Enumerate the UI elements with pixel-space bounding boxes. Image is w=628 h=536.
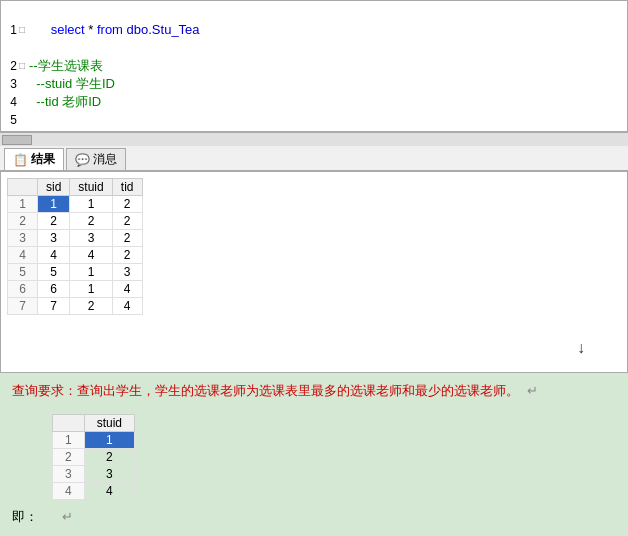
cell-sid: 1 — [38, 196, 70, 213]
cell-tid: 2 — [112, 196, 142, 213]
messages-icon: 💬 — [75, 153, 90, 167]
cell-stuid: 1 — [70, 281, 112, 298]
cell-sid: 2 — [38, 213, 70, 230]
horizontal-scrollbar[interactable] — [0, 132, 628, 146]
small-col-header-stuid: stuid — [84, 414, 134, 431]
small-row-num: 3 — [53, 465, 85, 482]
description-text: 查询要求：查询出学生，学生的选课老师为选课表里最多的选课老师和最少的选课老师。 — [12, 383, 519, 398]
table-row[interactable]: 3 3 3 2 — [8, 230, 143, 247]
line-content-3: --stuid 学生ID — [29, 75, 627, 93]
line-content-4: --tid 老师ID — [29, 93, 627, 111]
small-cell-stuid: 1 — [84, 431, 134, 448]
row-num: 7 — [8, 298, 38, 315]
row-num: 4 — [8, 247, 38, 264]
cell-tid: 2 — [112, 247, 142, 264]
col-header-stuid: stuid — [70, 179, 112, 196]
small-row-num: 4 — [53, 482, 85, 499]
line-num-5: 5 — [1, 111, 19, 129]
description-area: 查询要求：查询出学生，学生的选课老师为选课表里最多的选课老师和最少的选课老师。 … — [0, 373, 628, 410]
cell-tid: 2 — [112, 213, 142, 230]
small-col-header-empty — [53, 414, 85, 431]
table-row[interactable]: 7 7 2 4 — [8, 298, 143, 315]
small-row-num: 1 — [53, 431, 85, 448]
cell-tid: 2 — [112, 230, 142, 247]
cell-stuid: 3 — [70, 230, 112, 247]
small-table-row[interactable]: 2 2 — [53, 448, 135, 465]
row-num: 6 — [8, 281, 38, 298]
cell-stuid: 1 — [70, 264, 112, 281]
enter-symbol: ↵ — [527, 383, 538, 398]
bottom-label-area: 即： ↵ — [0, 504, 628, 530]
col-header-sid: sid — [38, 179, 70, 196]
small-table-row[interactable]: 3 3 — [53, 465, 135, 482]
tab-results-label: 结果 — [31, 151, 55, 168]
small-table: stuid 1 1 2 2 3 3 4 4 — [52, 414, 135, 500]
results-content: sid stuid tid 1 1 1 2 2 2 2 2 — [1, 172, 627, 372]
table-row[interactable]: 6 6 1 4 — [8, 281, 143, 298]
table-row[interactable]: 5 5 1 3 — [8, 264, 143, 281]
row-num: 3 — [8, 230, 38, 247]
cell-sid: 4 — [38, 247, 70, 264]
col-header-empty — [8, 179, 38, 196]
code-line-4: 4 --tid 老师ID — [1, 93, 627, 111]
code-line-3: 3 --stuid 学生ID — [1, 75, 627, 93]
bottom-enter-symbol: ↵ — [62, 509, 73, 524]
line-num-2: 2 — [1, 57, 19, 75]
cell-tid: 4 — [112, 281, 142, 298]
small-cell-stuid: 2 — [84, 448, 134, 465]
table-row[interactable]: 2 2 2 2 — [8, 213, 143, 230]
results-table: sid stuid tid 1 1 1 2 2 2 2 2 — [7, 178, 143, 315]
line-num-4: 4 — [1, 93, 19, 111]
cell-sid: 5 — [38, 264, 70, 281]
code-line-1: 1 □ select * from dbo.Stu_Tea — [1, 3, 627, 57]
row-num: 5 — [8, 264, 38, 281]
cell-tid: 3 — [112, 264, 142, 281]
small-row-num: 2 — [53, 448, 85, 465]
cell-stuid: 2 — [70, 298, 112, 315]
code-editor[interactable]: 1 □ select * from dbo.Stu_Tea 2 □ --学生选课… — [0, 0, 628, 132]
cell-sid: 3 — [38, 230, 70, 247]
row-num: 2 — [8, 213, 38, 230]
code-line-2: 2 □ --学生选课表 — [1, 57, 627, 75]
cursor-indicator: ↓ — [3, 319, 625, 367]
bottom-section: stuid 1 1 2 2 3 3 4 4 — [0, 410, 628, 504]
cell-stuid: 1 — [70, 196, 112, 213]
tab-messages[interactable]: 💬 消息 — [66, 148, 126, 170]
small-cell-stuid: 4 — [84, 482, 134, 499]
results-panel: sid stuid tid 1 1 1 2 2 2 2 2 — [0, 171, 628, 373]
row-num: 1 — [8, 196, 38, 213]
line-content-2: --学生选课表 — [29, 57, 627, 75]
tab-messages-label: 消息 — [93, 151, 117, 168]
small-table-row[interactable]: 1 1 — [53, 431, 135, 448]
table-row[interactable]: 1 1 1 2 — [8, 196, 143, 213]
cell-stuid: 2 — [70, 213, 112, 230]
tabs-bar: 📋 结果 💬 消息 — [0, 146, 628, 171]
code-line-5: 5 — [1, 111, 627, 129]
bottom-label-text: 即： — [12, 508, 38, 526]
small-cell-stuid: 3 — [84, 465, 134, 482]
line-content-1: select * from dbo.Stu_Tea — [29, 3, 627, 57]
cell-sid: 6 — [38, 281, 70, 298]
line-num-3: 3 — [1, 75, 19, 93]
col-header-tid: tid — [112, 179, 142, 196]
results-icon: 📋 — [13, 153, 28, 167]
cell-sid: 7 — [38, 298, 70, 315]
small-table-row[interactable]: 4 4 — [53, 482, 135, 499]
table-row[interactable]: 4 4 4 2 — [8, 247, 143, 264]
line-num-1: 1 — [1, 21, 19, 39]
tab-results[interactable]: 📋 结果 — [4, 148, 64, 170]
cell-stuid: 4 — [70, 247, 112, 264]
cell-tid: 4 — [112, 298, 142, 315]
